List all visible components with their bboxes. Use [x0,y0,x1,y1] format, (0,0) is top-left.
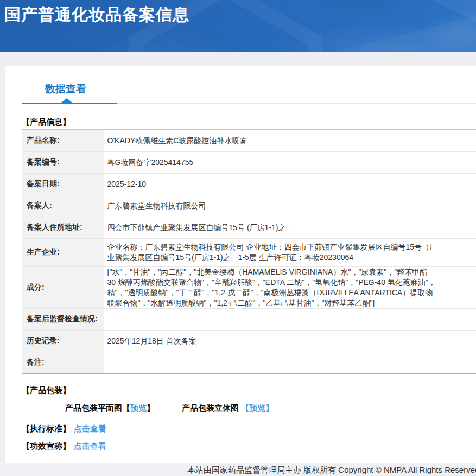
packaging-stereo-preview-link[interactable]: 【预览】 [241,403,274,412]
content-card: 数据查看 【产品信息】 产品名称: O'KADY欧佩维生素C玻尿酸控油补水喷雾 … [5,66,476,463]
field-value [104,308,476,330]
tab-underline [22,103,476,104]
field-value: O'KADY欧佩维生素C玻尿酸控油补水喷雾 [104,130,476,151]
packaging-flat-bracket-open: 【 [122,403,130,412]
field-value: 粤G妆网备字2025414755 [104,151,476,173]
table-row: 备案人: 广东碧素堂生物科技有限公司 [22,195,476,217]
section-title-product-info: 【产品信息】 [22,117,476,126]
page-title: 国产普通化妆品备案信息 [4,4,189,26]
field-label: 备注: [22,352,104,373]
field-value: 2025-12-10 [104,173,476,195]
field-label: 备案后监督检查情况: [22,308,104,330]
tab-data-view[interactable]: 数据查看 [45,83,86,95]
field-label: 产品名称: [22,130,104,151]
page-banner: 国产普通化妆品备案信息 [0,0,476,52]
table-row: 备案编号: 粤G妆网备字2025414755 [22,151,476,173]
field-value [104,352,476,373]
field-label: 备案人住所地址: [22,217,104,238]
packaging-flat-label: 产品包装平面图 [65,403,122,412]
field-value: 企业名称：广东碧素堂生物科技有限公司 企业地址：四会市下茆镇产业聚集发展区自编号… [104,238,476,266]
table-row: 成分: ["水"，"甘油"，"丙二醇"，"北美金缕梅（HAMAMELIS VIR… [22,266,476,308]
field-value: 2025年12月18日 首次备案 [104,330,476,352]
efficacy-label: 【功效宣称】 [22,441,71,450]
page-footer: 本站由国家药品监督管理局主办 版权所有 Copyright © NMPA All… [0,463,476,476]
efficacy-row: 【功效宣称】点击查看 [22,441,476,452]
tab-active-triangle-icon [61,98,72,103]
field-value: 四会市下茆镇产业聚集发展区自编号15号 (厂房1-1)之一 [104,217,476,238]
field-label: 备案编号: [22,151,104,173]
section-title-packaging: 【产品包装】 [22,385,476,396]
packaging-row: 产品包装平面图【预览】产品包装立体图 【预览】 [22,403,476,414]
table-row: 备案日期: 2025-12-10 [22,173,476,195]
tab-bar: 数据查看 [22,83,476,104]
table-row: 生产企业: 企业名称：广东碧素堂生物科技有限公司 企业地址：四会市下茆镇产业聚集… [22,238,476,266]
field-label: 历史记录: [22,330,104,352]
packaging-flat-preview-link[interactable]: 预览 [130,403,147,412]
table-row: 备注: [22,352,476,373]
field-value: 广东碧素堂生物科技有限公司 [104,195,476,217]
table-row: 产品名称: O'KADY欧佩维生素C玻尿酸控油补水喷雾 [22,130,476,151]
efficacy-view-link[interactable]: 点击查看 [74,441,106,450]
packaging-stereo-label: 产品包装立体图 [182,403,239,412]
field-label: 生产企业: [22,238,104,266]
field-value: ["水"，"甘油"，"丙二醇"，"北美金缕梅（HAMAMELIS VIRGINI… [104,266,476,308]
standard-row: 【执行标准】点击查看 [22,424,476,434]
field-label: 成分: [22,266,104,308]
table-row: 备案人住所地址: 四会市下茆镇产业聚集发展区自编号15号 (厂房1-1)之一 [22,217,476,238]
standard-view-link[interactable]: 点击查看 [74,424,106,433]
table-row: 历史记录: 2025年12月18日 首次备案 [22,330,476,352]
field-label: 备案日期: [22,173,104,195]
packaging-flat-bracket-close: 】 [147,403,155,412]
standard-label: 【执行标准】 [22,424,71,433]
product-info-table: 产品名称: O'KADY欧佩维生素C玻尿酸控油补水喷雾 备案编号: 粤G妆网备字… [22,129,476,374]
table-row: 备案后监督检查情况: [22,308,476,330]
copyright-text: 本站由国家药品监督管理局主办 版权所有 Copyright © NMPA All… [187,465,476,475]
field-label: 备案人: [22,195,104,217]
